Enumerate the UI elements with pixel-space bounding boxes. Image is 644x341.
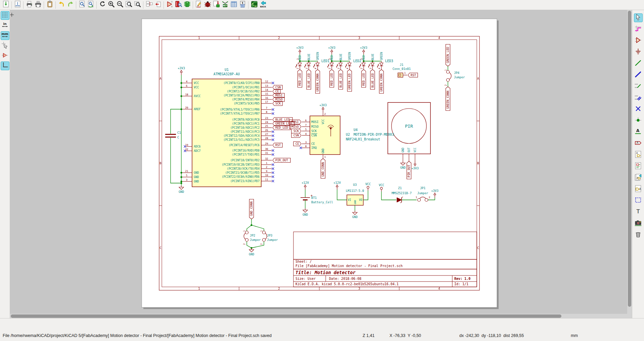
zoom-out-button[interactable]: [116, 1, 124, 9]
svg-text:CSN: CSN: [311, 134, 317, 137]
svg-text:BLUE: BLUE: [308, 54, 311, 60]
back-import-button[interactable]: BACK: [259, 1, 267, 9]
find-button[interactable]: [78, 1, 86, 9]
top-toolbar: NET$BOMBACK: [0, 0, 644, 10]
no-connect-button[interactable]: [634, 105, 643, 114]
horizontal-scrollbar-thumb[interactable]: [11, 314, 561, 318]
redraw-view-button[interactable]: [98, 1, 107, 9]
wire-to-bus-entry-icon: [634, 82, 642, 91]
navigate-hierarchy-button[interactable]: [145, 1, 153, 9]
svg-text:16: 16: [265, 96, 268, 99]
zoom-in-button[interactable]: [107, 1, 116, 9]
svg-text:3: 3: [369, 68, 372, 69]
svg-text:B: B: [159, 162, 161, 165]
global-label-button[interactable]: A: [634, 139, 643, 148]
svg-text:U3: U3: [353, 183, 357, 186]
netlist-button[interactable]: NET: [221, 1, 229, 9]
redo-button[interactable]: [66, 1, 75, 9]
svg-text:AREF: AREF: [194, 108, 200, 111]
undo-button[interactable]: [57, 1, 66, 9]
units-inch-button[interactable]: in: [1, 21, 9, 30]
vertical-scrollbar-thumb[interactable]: [628, 11, 631, 307]
svg-text:1: 1: [266, 162, 268, 165]
right-tools-toolbar: AAAAAT: [632, 10, 644, 318]
svg-text:BT1: BT1: [311, 196, 317, 200]
find-replace-icon: [87, 0, 95, 9]
footprint-editor-button[interactable]: [183, 1, 191, 9]
highlight-net-button[interactable]: [634, 25, 643, 34]
status-relative-delta: dx -242,30 dy -118,10 dist 269,55: [459, 333, 524, 338]
paste-button[interactable]: [45, 1, 54, 9]
svg-text:JP4: JP4: [454, 71, 459, 75]
svg-text:(PCINT8/ADC0)PC0: (PCINT8/ADC0)PC0: [232, 118, 260, 121]
svg-text:VCC: VCC: [194, 81, 199, 85]
place-image-button[interactable]: [634, 219, 643, 228]
schematic-drawing[interactable]: 11223344AABBCCSheet: /File [FabAcademy] …: [10, 10, 627, 314]
svg-text:Jumper: Jumper: [417, 191, 428, 195]
assign-footprints-button[interactable]: [212, 1, 221, 9]
svg-text:B: B: [477, 162, 479, 165]
graphic-text-button[interactable]: T: [634, 208, 643, 216]
hierarchical-sheet-button[interactable]: [634, 162, 643, 171]
hidden-pins-icon: [1, 51, 9, 60]
zoom-fit-button[interactable]: [124, 1, 133, 9]
zoom-selection-button[interactable]: [133, 1, 142, 9]
import-sheet-pin-button[interactable]: A: [634, 173, 643, 182]
find-replace-button[interactable]: [86, 1, 95, 9]
junction-button[interactable]: [634, 116, 643, 125]
svg-text:4: 4: [305, 132, 307, 135]
library-browser-button[interactable]: [174, 1, 183, 9]
units-mm-icon: mm: [1, 31, 9, 40]
hierarchical-sheet-icon: [634, 162, 642, 171]
hierarchical-label-button[interactable]: A: [634, 151, 643, 159]
svg-text:C1: C1: [177, 131, 181, 134]
symbol-editor-button[interactable]: [165, 1, 174, 9]
horizontal-scrollbar[interactable]: [10, 314, 627, 318]
place-bus-button[interactable]: [634, 71, 643, 79]
hidden-pins-button[interactable]: [1, 51, 9, 60]
graphic-line-button[interactable]: [634, 196, 643, 205]
page-settings-button[interactable]: [13, 1, 22, 9]
leave-sheet-button[interactable]: [153, 1, 162, 9]
grid-button[interactable]: [1, 11, 9, 20]
bus-to-bus-entry-button[interactable]: [634, 93, 643, 102]
place-symbol-button[interactable]: [634, 36, 643, 45]
svg-text:(PCINT13/SCL/ADC5)PC5: (PCINT13/SCL/ADC5)PC5: [224, 138, 260, 141]
vertical-scrollbar[interactable]: [627, 10, 632, 318]
place-wire-button[interactable]: [634, 59, 643, 68]
run-pcbnew-button[interactable]: [250, 1, 259, 9]
svg-text:17: 17: [265, 100, 268, 103]
delete-button[interactable]: [634, 230, 643, 239]
annotate-button[interactable]: [194, 1, 203, 9]
wire-to-bus-entry-button[interactable]: [634, 82, 643, 91]
svg-text:3: 3: [358, 36, 360, 40]
erc-button[interactable]: [203, 1, 212, 9]
svg-text:SCK: SCK: [275, 102, 281, 105]
svg-text:3: 3: [337, 68, 340, 69]
hv-orientation-button[interactable]: [1, 61, 9, 70]
svg-text:(PCINT17/TXD)PD1: (PCINT17/TXD)PD1: [232, 153, 260, 156]
svg-text:J1: J1: [400, 63, 404, 67]
bom-button[interactable]: $BOM: [238, 1, 247, 9]
schematic-canvas[interactable]: 11223344AABBCCSheet: /File [FabAcademy] …: [10, 10, 627, 318]
symbol-fields-button[interactable]: [229, 1, 238, 9]
library-browser-icon: [175, 0, 182, 9]
cursor-button[interactable]: [634, 13, 643, 22]
sheet-pin-button[interactable]: A: [634, 185, 643, 194]
svg-text:GREEN_CONN: GREEN_CONN: [380, 74, 383, 92]
place-power-icon: [634, 48, 642, 57]
svg-text:BLUE_LED: BLUE_LED: [275, 118, 290, 121]
svg-text:OUT: OUT: [408, 147, 411, 153]
svg-text:28: 28: [265, 137, 268, 140]
place-power-button[interactable]: [634, 48, 643, 56]
svg-text:9: 9: [266, 170, 268, 173]
print-button[interactable]: [25, 1, 34, 9]
svg-text:CE: CE: [311, 142, 315, 145]
save-button[interactable]: [1, 1, 10, 9]
units-mm-button[interactable]: mm: [1, 31, 9, 40]
toolbar-separator: [96, 1, 97, 9]
cursor-shape-button[interactable]: [1, 41, 9, 50]
plot-button[interactable]: [34, 1, 42, 9]
net-label-button[interactable]: A: [634, 128, 643, 136]
svg-text:8: 8: [305, 145, 307, 148]
